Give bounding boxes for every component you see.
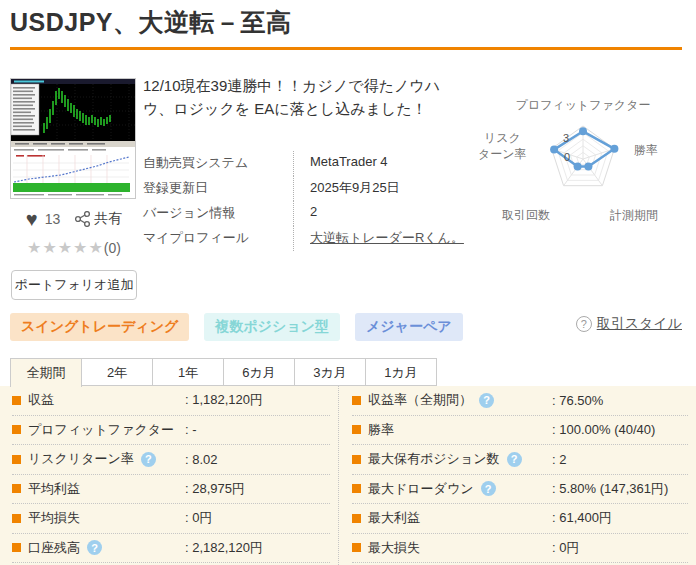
bullet-icon [12, 543, 21, 552]
info-label: 登録更新日 [143, 176, 293, 201]
tab-1-year[interactable]: 1年 [152, 358, 224, 386]
bullet-icon [12, 514, 21, 523]
tab-all-period[interactable]: 全期間 [10, 358, 82, 387]
info-row-profile: マイプロフィール 大逆転トレーダーRくん。 [143, 226, 465, 251]
stat-value: : - [185, 422, 197, 437]
help-icon[interactable]: ? [479, 393, 494, 408]
stat-label: 平均損失 [28, 509, 80, 527]
tag-swing-trading[interactable]: スイングトレーディング [10, 313, 189, 341]
social-row: ♥ 13 共有 [11, 209, 137, 229]
info-value: 2025年9月25日 [293, 176, 465, 201]
trade-style: ? 取引スタイル [576, 315, 682, 333]
info-value: MetaTrader 4 [293, 151, 465, 176]
bullet-icon [12, 484, 21, 493]
stat-row-avg-loss: 平均損失? : 0円 [12, 504, 330, 534]
product-info-table: 自動売買システム MetaTrader 4 登録更新日 2025年9月25日 バ… [143, 151, 465, 251]
info-row-system: 自動売買システム MetaTrader 4 [143, 151, 465, 176]
stat-label: 平均利益 [28, 480, 80, 498]
bullet-icon [352, 425, 361, 434]
bullet-icon [352, 484, 361, 493]
help-icon[interactable]: ? [507, 452, 522, 467]
rating-count: (0) [104, 240, 121, 256]
info-label: バージョン情報 [143, 201, 293, 226]
stat-label: 最大利益 [368, 509, 420, 527]
stat-row-return-rate: 収益率（全期間）? : 76.50% [352, 386, 688, 416]
page-title: USDJPY、大逆転－至高 [10, 6, 292, 39]
stat-value: : 2,182,120円 [185, 539, 263, 557]
bullet-icon [12, 425, 21, 434]
rating-row[interactable]: ★★★★★(0) [11, 238, 137, 257]
radar-axis-risk-return: リスク ターン率 [478, 131, 527, 162]
radar-axis-period: 計測期間 [610, 207, 658, 224]
stat-value: : 5.80% (147,361円) [552, 480, 668, 498]
like-count: 13 [45, 211, 61, 227]
help-icon[interactable]: ? [576, 316, 592, 332]
stat-row-risk-return: リスクリターン率? : 8.02 [12, 445, 330, 475]
stat-value: : 61,400円 [552, 509, 612, 527]
radar-scale-3: 3 [563, 132, 569, 144]
stat-value: : 2 [552, 452, 566, 467]
period-tabs: 全期間 2年 1年 6カ月 3カ月 1カ月 [10, 358, 437, 387]
info-label: 自動売買システム [143, 151, 293, 176]
stat-label: 勝率 [368, 421, 394, 439]
stat-label: 口座残高 [28, 539, 80, 557]
stats-column-left: 収益? : 1,182,120円 プロフィットファクター? : - リスクリター… [0, 386, 338, 565]
info-value: 2 [293, 201, 465, 226]
stat-value: : 28,975円 [185, 480, 245, 498]
stat-row-avg-profit: 平均利益? : 28,975円 [12, 475, 330, 505]
radar-axis-win-rate: 勝率 [634, 142, 658, 159]
performance-radar-chart: プロフィットファクター 勝率 計測期間 取引回数 リスク ターン率 3 0 [470, 85, 696, 245]
bullet-icon [12, 455, 21, 464]
star-rating-icons: ★★★★★ [27, 239, 104, 256]
stat-label: リスクリターン率 [28, 450, 134, 468]
stat-row-profit-factor: プロフィットファクター? : - [12, 416, 330, 446]
tab-6-months[interactable]: 6カ月 [223, 358, 295, 386]
tag-multi-position[interactable]: 複数ポジション型 [204, 313, 340, 341]
stat-row-max-profit: 最大利益? : 61,400円 [352, 504, 688, 534]
bullet-icon [352, 543, 361, 552]
title-underline [10, 47, 682, 50]
radar-axis-trades: 取引回数 [502, 207, 550, 224]
tag-major-pair[interactable]: メジャーペア [355, 313, 463, 341]
stats-column-right: 収益率（全期間）? : 76.50% 勝率? : 100.00% (40/40)… [338, 386, 696, 565]
bullet-icon [352, 396, 361, 405]
stat-row-profit: 収益? : 1,182,120円 [12, 386, 330, 416]
product-thumbnail-image [11, 79, 135, 198]
add-portfolio-button[interactable]: ポートフォリオ追加 [11, 270, 137, 300]
stat-label: プロフィットファクター [28, 421, 174, 439]
tab-2-years[interactable]: 2年 [81, 358, 153, 386]
radar-axis-risk-return-line2: ターン率 [478, 147, 527, 161]
stat-value: : 76.50% [552, 393, 603, 408]
stat-label: 収益 [28, 391, 54, 409]
help-icon[interactable]: ? [141, 452, 156, 467]
stat-row-balance: 口座残高? : 2,182,120円 [12, 534, 330, 564]
stat-row-win-rate: 勝率? : 100.00% (40/40) [352, 416, 688, 446]
share-button[interactable]: 共有 [75, 210, 122, 228]
stat-value: : 100.00% (40/40) [552, 422, 655, 437]
product-thumbnail[interactable] [10, 78, 136, 199]
info-label: マイプロフィール [143, 226, 293, 251]
stat-value: : 0円 [185, 509, 212, 527]
tab-1-month[interactable]: 1カ月 [365, 358, 437, 386]
share-icon [75, 211, 90, 227]
tab-3-months[interactable]: 3カ月 [294, 358, 366, 386]
help-icon[interactable]: ? [481, 481, 496, 496]
info-row-version: バージョン情報 2 [143, 201, 465, 226]
trade-style-link[interactable]: 取引スタイル [597, 315, 682, 333]
stat-row-max-loss: 最大損失? : 0円 [352, 534, 688, 564]
heart-icon[interactable]: ♥ [26, 209, 38, 229]
stat-value: : 0円 [552, 539, 579, 557]
stat-label: 最大ドローダウン [368, 480, 474, 498]
product-description: 12/10現在39連勝中！！カジノで得たノウハウ、ロジックを EAに落とし込みま… [143, 74, 465, 121]
stat-row-max-positions: 最大保有ポジション数? : 2 [352, 445, 688, 475]
profile-link[interactable]: 大逆転トレーダーRくん。 [310, 230, 464, 245]
stats-panel: 収益? : 1,182,120円 プロフィットファクター? : - リスクリター… [0, 386, 696, 565]
share-label: 共有 [94, 210, 122, 228]
bullet-icon [352, 514, 361, 523]
stat-value: : 8.02 [185, 452, 218, 467]
help-icon[interactable]: ? [87, 540, 102, 555]
radar-scale-0: 0 [564, 151, 570, 163]
stat-value: : 1,182,120円 [185, 391, 263, 409]
info-row-updated: 登録更新日 2025年9月25日 [143, 176, 465, 201]
bullet-icon [12, 396, 21, 405]
